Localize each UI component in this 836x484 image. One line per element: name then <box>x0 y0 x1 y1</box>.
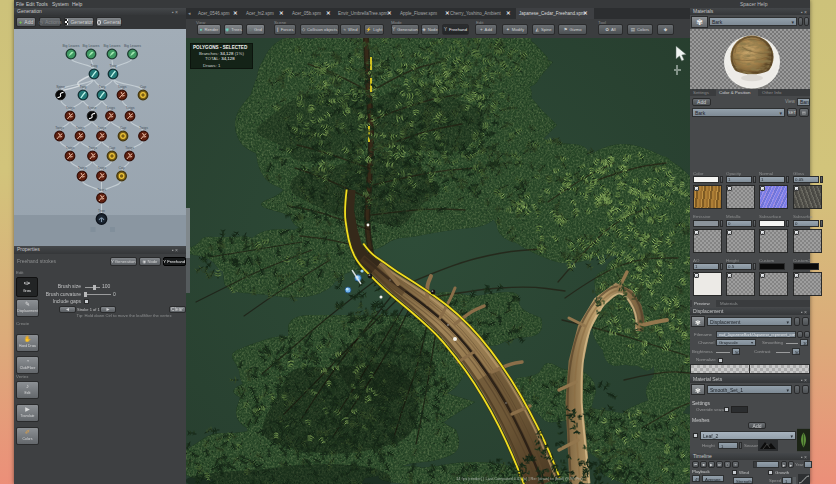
svg-text:Twigs: Twigs <box>106 106 115 110</box>
svg-text:Twigs: Twigs <box>118 85 127 89</box>
svg-text:Twigs: Twigs <box>97 126 106 130</box>
svg-text:Twig: Twig <box>91 64 98 68</box>
svg-text:Twigs: Twigs <box>97 188 106 192</box>
svg-text:Spine: Spine <box>88 106 97 110</box>
svg-text:Cap: Cap <box>109 146 115 150</box>
svg-text:Spine: Spine <box>56 85 65 89</box>
svg-text:Big Leaves: Big Leaves <box>83 44 100 48</box>
svg-text:Twig: Twig <box>110 64 117 68</box>
svg-text:Cap: Cap <box>140 85 146 89</box>
svg-text:Twig: Twig <box>99 85 106 89</box>
svg-text:Twigs: Twigs <box>78 166 87 170</box>
svg-text:Big Leaves: Big Leaves <box>124 44 141 48</box>
svg-text:Big Leaves: Big Leaves <box>63 44 80 48</box>
svg-text:Twigs: Twigs <box>125 146 134 150</box>
svg-text:Twigs: Twigs <box>55 126 64 130</box>
svg-text:Cap: Cap <box>118 166 124 170</box>
svg-text:Tree: Tree <box>98 209 105 213</box>
svg-text:Twigs: Twigs <box>126 106 135 110</box>
svg-text:Twigs: Twigs <box>139 126 148 130</box>
svg-text:Twig: Twig <box>80 85 87 89</box>
svg-text:Big Leaves: Big Leaves <box>104 44 121 48</box>
svg-text:Cap: Cap <box>120 126 126 130</box>
svg-text:Twigs: Twigs <box>66 146 75 150</box>
svg-text:Twigs: Twigs <box>66 106 75 110</box>
svg-text:Twigs: Twigs <box>88 146 97 150</box>
svg-text:Twigs: Twigs <box>97 166 106 170</box>
svg-text:Twigs: Twigs <box>76 126 85 130</box>
